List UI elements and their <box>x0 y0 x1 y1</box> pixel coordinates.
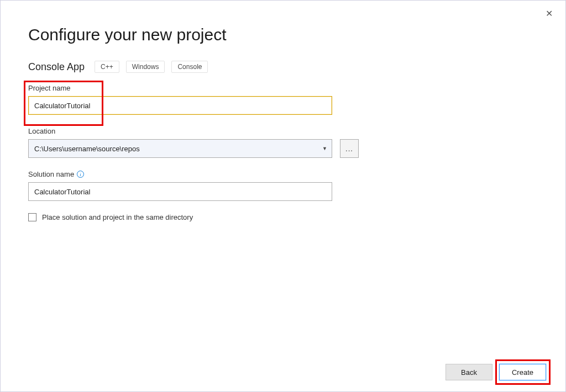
same-dir-row: Place solution and project in the same d… <box>28 213 538 221</box>
location-label: Location <box>28 127 538 135</box>
page-title: Configure your new project <box>28 25 538 44</box>
same-dir-checkbox[interactable] <box>28 213 36 221</box>
project-name-input[interactable] <box>28 96 332 115</box>
solution-name-input[interactable] <box>28 182 332 201</box>
location-value: C:\Users\username\source\repos <box>34 145 140 153</box>
template-name: Console App <box>28 61 85 73</box>
create-button[interactable]: Create <box>499 364 546 380</box>
chevron-down-icon: ▼ <box>322 146 327 151</box>
location-group: Location C:\Users\username\source\repos … <box>28 127 538 158</box>
solution-name-group: Solution name i <box>28 170 538 201</box>
close-icon[interactable]: ✕ <box>541 6 557 21</box>
template-tag: Windows <box>126 61 165 73</box>
template-tag: C++ <box>95 61 119 73</box>
same-dir-label: Place solution and project in the same d… <box>42 213 193 221</box>
browse-button[interactable]: ... <box>340 139 359 158</box>
solution-name-label: Solution name i <box>28 170 538 178</box>
back-button[interactable]: Back <box>446 364 492 380</box>
template-tag: Console <box>171 61 208 73</box>
template-row: Console App C++ Windows Console <box>28 61 538 73</box>
project-name-group: Project name <box>28 84 538 115</box>
project-name-label: Project name <box>28 84 538 92</box>
info-icon[interactable]: i <box>77 171 84 178</box>
location-combo[interactable]: C:\Users\username\source\repos ▼ <box>28 139 332 158</box>
